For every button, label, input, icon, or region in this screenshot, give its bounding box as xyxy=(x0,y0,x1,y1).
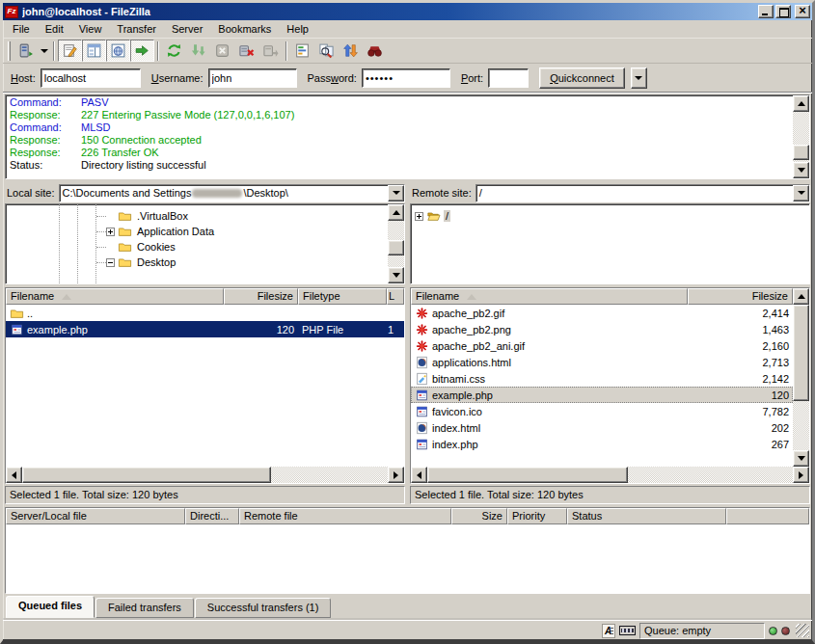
remote-vertical-scrollbar[interactable] xyxy=(793,288,809,467)
column-header-remote-file[interactable]: Remote file xyxy=(239,508,451,524)
file-row[interactable]: example.php 120 PHP File 1 xyxy=(6,321,404,337)
synchronized-browsing-button[interactable] xyxy=(339,40,363,62)
menu-item[interactable]: View xyxy=(71,21,110,37)
scrollbar-track[interactable] xyxy=(388,221,404,267)
toolbar-gripper[interactable] xyxy=(8,41,11,61)
tree-item[interactable]: Cookies xyxy=(6,239,388,255)
column-header-direction[interactable]: Directi... xyxy=(185,508,239,524)
reconnect-button[interactable] xyxy=(258,40,283,62)
scroll-up-button[interactable] xyxy=(793,95,809,112)
menu-item[interactable]: Edit xyxy=(38,21,71,37)
local-file-rows[interactable]: .. example.php 120 PHP File 1 xyxy=(6,305,404,467)
local-site-combo[interactable]: C:\Documents and Settings\Desktop\ xyxy=(59,184,405,202)
disconnect-button[interactable] xyxy=(234,40,258,62)
message-log[interactable]: Command: PASV Response: 227 Entering Pas… xyxy=(6,95,793,178)
toggle-message-log-button[interactable] xyxy=(58,40,82,62)
scroll-left-button[interactable] xyxy=(6,467,22,483)
username-input[interactable] xyxy=(208,68,297,88)
local-site-dropdown[interactable] xyxy=(388,185,404,201)
file-row[interactable]: applications.html 2,713 xyxy=(411,354,793,370)
toggle-remote-tree-button[interactable] xyxy=(106,40,130,62)
scrollbar-track[interactable] xyxy=(793,112,809,162)
menu-item[interactable]: Server xyxy=(164,21,210,37)
refresh-button[interactable] xyxy=(162,40,186,62)
tree-item[interactable]: .VirtualBox xyxy=(6,208,388,224)
file-row[interactable]: apache_pb2_ani.gif 2,160 xyxy=(411,337,793,354)
file-row[interactable]: .. xyxy=(6,305,404,321)
column-header-status[interactable]: Status xyxy=(567,508,726,524)
scrollbar-thumb[interactable] xyxy=(427,467,628,483)
scrollbar-track[interactable] xyxy=(793,305,809,450)
quickconnect-dropdown[interactable] xyxy=(631,67,647,89)
toggle-queue-button[interactable] xyxy=(130,40,154,62)
file-row[interactable]: index.php 267 xyxy=(411,436,793,452)
minimize-button[interactable] xyxy=(758,5,774,18)
column-header-filename[interactable]: Filename xyxy=(411,288,688,305)
log-vertical-scrollbar[interactable] xyxy=(793,95,809,178)
local-tree-vertical-scrollbar[interactable] xyxy=(388,204,404,283)
tree-item[interactable]: Desktop xyxy=(6,255,388,270)
local-horizontal-scrollbar[interactable] xyxy=(6,467,404,483)
column-header-filesize[interactable]: Filesize xyxy=(224,288,298,305)
local-tree-content[interactable]: .VirtualBox Application Data Cookies xyxy=(6,204,388,283)
scroll-up-button[interactable] xyxy=(793,288,809,305)
tree-expander[interactable] xyxy=(106,258,115,267)
scrollbar-thumb[interactable] xyxy=(793,305,809,401)
file-row[interactable]: bitnami.css 2,142 xyxy=(411,370,793,387)
tree-item[interactable]: / xyxy=(411,208,809,224)
menu-item[interactable]: Transfer xyxy=(109,21,164,37)
toggle-local-tree-button[interactable] xyxy=(82,40,106,62)
queue-body[interactable] xyxy=(6,524,809,593)
queue-tab[interactable]: Failed transfers xyxy=(95,598,194,618)
tree-expander[interactable] xyxy=(106,228,115,236)
file-row[interactable]: apache_pb2.png 1,463 xyxy=(411,321,793,337)
directory-comparison-button[interactable] xyxy=(314,40,339,62)
cancel-button[interactable] xyxy=(210,40,234,62)
scroll-left-button[interactable] xyxy=(411,467,427,483)
tree-item[interactable]: Application Data xyxy=(6,224,388,239)
column-header-priority[interactable]: Priority xyxy=(507,508,567,524)
tree-expander[interactable] xyxy=(415,212,423,221)
remote-tree-content[interactable]: / xyxy=(411,204,809,283)
remote-site-combo[interactable]: / xyxy=(475,184,810,202)
scroll-down-button[interactable] xyxy=(793,162,809,178)
host-input[interactable] xyxy=(41,68,141,88)
column-header-filename[interactable]: Filename xyxy=(6,288,224,305)
filter-button[interactable] xyxy=(290,40,314,62)
transfer-type-ascii-icon[interactable] xyxy=(602,624,615,638)
column-header-filetype[interactable]: Filetype xyxy=(298,288,387,305)
process-queue-button[interactable] xyxy=(186,40,210,62)
scroll-down-button[interactable] xyxy=(388,267,404,283)
menu-item[interactable]: Bookmarks xyxy=(210,21,279,37)
column-header-filesize[interactable]: Filesize xyxy=(688,288,793,305)
scrollbar-track[interactable] xyxy=(22,467,388,483)
resize-grip[interactable] xyxy=(796,624,809,637)
column-header-server-local-file[interactable]: Server/Local file xyxy=(6,508,185,524)
titlebar[interactable]: john@localhost - FileZilla xyxy=(3,3,812,20)
scrollbar-track[interactable] xyxy=(427,467,793,483)
file-row[interactable]: favicon.ico 7,782 xyxy=(411,403,793,419)
remote-site-dropdown[interactable] xyxy=(793,185,809,201)
scroll-down-button[interactable] xyxy=(793,450,809,467)
scroll-right-button[interactable] xyxy=(388,467,404,483)
scrollbar-thumb[interactable] xyxy=(22,467,271,483)
remote-horizontal-scrollbar[interactable] xyxy=(411,467,809,483)
menu-item[interactable]: Help xyxy=(279,21,316,37)
scroll-up-button[interactable] xyxy=(388,204,404,221)
scrollbar-thumb[interactable] xyxy=(388,240,404,255)
scroll-right-button[interactable] xyxy=(793,467,809,483)
scrollbar-thumb[interactable] xyxy=(793,145,809,160)
password-input[interactable] xyxy=(362,68,450,88)
quickconnect-button[interactable]: Quickconnect xyxy=(539,67,625,89)
site-manager-button[interactable] xyxy=(14,40,38,62)
site-manager-dropdown[interactable] xyxy=(38,40,50,62)
file-row[interactable]: index.html 202 xyxy=(411,419,793,436)
speed-limit-icon[interactable] xyxy=(619,626,636,635)
remote-file-rows[interactable]: apache_pb2.gif 2,414 apache_pb2.png 1,46… xyxy=(411,305,793,467)
close-button[interactable] xyxy=(795,5,810,18)
queue-tab[interactable]: Queued files xyxy=(6,596,95,618)
column-header-last-modified[interactable]: L xyxy=(387,288,404,305)
find-files-button[interactable] xyxy=(363,40,387,62)
column-header-size[interactable]: Size xyxy=(451,508,507,524)
port-input[interactable] xyxy=(488,68,529,88)
